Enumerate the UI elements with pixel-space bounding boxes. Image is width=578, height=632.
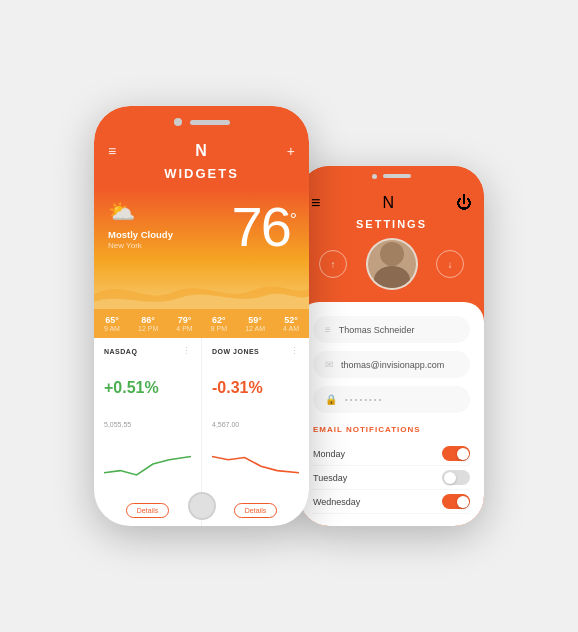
weather-section: ⛅ Mostly Cloudy New York 76°	[94, 189, 309, 309]
email-field[interactable]: ✉ thomas@invisionapp.com	[313, 351, 470, 378]
name-field-icon: ≡	[325, 324, 331, 335]
svg-point-1	[374, 266, 410, 290]
menu-icon[interactable]: ≡	[108, 143, 116, 159]
weather-city: New York	[108, 241, 173, 250]
hour-time: 4 PM	[176, 325, 192, 332]
settings-speaker	[383, 174, 411, 178]
hour-temp: 65°	[104, 315, 120, 325]
notification-label: Wednesday	[313, 497, 360, 507]
email-field-icon: ✉	[325, 359, 333, 370]
notification-toggle[interactable]	[442, 446, 470, 461]
stock-card: NASDAQ ⋮ +0.51% 5,055.55 Details	[94, 338, 202, 526]
settings-phone: ≡ N ⏻ SETTINGS ↑ ↓	[299, 166, 484, 526]
notifications-list: Monday Tuesday Wednesday	[313, 442, 470, 514]
svg-point-0	[380, 242, 404, 266]
settings-power-icon[interactable]: ⏻	[456, 194, 472, 212]
password-value: ••••••••	[345, 395, 383, 404]
hour-time: 9 AM	[104, 325, 120, 332]
hour-item: 65°9 AM	[104, 315, 120, 332]
notification-toggle[interactable]	[442, 494, 470, 509]
app-logo: N	[195, 142, 208, 160]
stock-details-button[interactable]: Details	[234, 503, 277, 518]
hour-item: 52°4 AM	[283, 315, 299, 332]
hour-item: 59°12 AM	[245, 315, 265, 332]
cloud-icon: ⛅	[108, 199, 173, 225]
home-button[interactable]	[188, 492, 216, 520]
stock-value: 5,055.55	[104, 421, 191, 428]
download-button[interactable]: ↓	[436, 250, 464, 278]
weather-info: ⛅ Mostly Cloudy New York	[108, 199, 173, 250]
widgets-phone: ≡ N + WIDGETS ⛅ Mostly Cloudy New York 7…	[94, 106, 309, 526]
toggle-knob	[457, 448, 469, 460]
stock-name: DOW JONES	[212, 348, 259, 355]
name-field[interactable]: ≡ Thomas Schneider	[313, 316, 470, 343]
weather-description: Mostly Cloudy	[108, 229, 173, 241]
settings-camera	[372, 174, 377, 179]
stock-header: DOW JONES ⋮	[212, 346, 299, 356]
hour-item: 86°12 PM	[138, 315, 158, 332]
stock-card: DOW JONES ⋮ -0.31% 4,567.00 Details	[202, 338, 309, 526]
weather-top: ⛅ Mostly Cloudy New York 76°	[108, 199, 295, 255]
widgets-screen: ≡ N + WIDGETS ⛅ Mostly Cloudy New York 7…	[94, 106, 309, 526]
notification-row: Monday	[313, 442, 470, 466]
hourly-forecast: 65°9 AM86°12 PM79°4 PM62°8 PM59°12 AM52°…	[94, 309, 309, 338]
settings-menu-icon[interactable]: ≡	[311, 194, 320, 212]
top-bar	[94, 106, 309, 134]
hour-temp: 52°	[283, 315, 299, 325]
notification-row: Tuesday	[313, 466, 470, 490]
stock-details-button[interactable]: Details	[126, 503, 169, 518]
hour-time: 12 AM	[245, 325, 265, 332]
weather-wave	[94, 274, 309, 309]
hour-item: 79°4 PM	[176, 315, 192, 332]
email-notifications-title: EMAIL NOTIFICATIONS	[313, 425, 470, 434]
stock-change: -0.31%	[212, 379, 299, 397]
temperature-value: 76°	[232, 195, 296, 258]
stock-name: NASDAQ	[104, 348, 137, 355]
stock-change: +0.51%	[104, 379, 191, 397]
stock-value: 4,567.00	[212, 421, 299, 428]
settings-logo: N	[382, 194, 394, 212]
toggle-knob	[444, 472, 456, 484]
stock-menu-icon[interactable]: ⋮	[182, 346, 191, 356]
hour-temp: 79°	[176, 315, 192, 325]
name-value: Thomas Schneider	[339, 325, 415, 335]
hour-time: 4 AM	[283, 325, 299, 332]
widgets-app-header: ≡ N +	[94, 134, 309, 166]
profile-section: ↑ ↓	[299, 238, 484, 302]
hour-time: 12 PM	[138, 325, 158, 332]
add-icon[interactable]: +	[287, 143, 295, 159]
app-scene: ≡ N + WIDGETS ⛅ Mostly Cloudy New York 7…	[94, 106, 484, 526]
settings-top-bar	[299, 166, 484, 186]
stock-chart	[212, 451, 299, 476]
avatar	[366, 238, 418, 290]
stock-header: NASDAQ ⋮	[104, 346, 191, 356]
hour-temp: 62°	[211, 315, 227, 325]
temperature-display: 76°	[232, 199, 296, 255]
stock-menu-icon[interactable]: ⋮	[290, 346, 299, 356]
notification-row: Wednesday	[313, 490, 470, 514]
settings-screen: ≡ N ⏻ SETTINGS ↑ ↓	[299, 166, 484, 526]
settings-app-header: ≡ N ⏻	[299, 186, 484, 218]
stock-chart	[104, 451, 191, 476]
settings-page-title: SETTINGS	[299, 218, 484, 238]
hour-temp: 59°	[245, 315, 265, 325]
settings-form: ≡ Thomas Schneider ✉ thomas@invisionapp.…	[299, 302, 484, 526]
password-field[interactable]: 🔒 ••••••••	[313, 386, 470, 413]
password-field-icon: 🔒	[325, 394, 337, 405]
camera-dot	[174, 118, 182, 126]
notification-label: Tuesday	[313, 473, 347, 483]
widgets-page-title: WIDGETS	[94, 166, 309, 189]
toggle-knob	[457, 496, 469, 508]
hour-time: 8 PM	[211, 325, 227, 332]
email-value: thomas@invisionapp.com	[341, 360, 444, 370]
notification-toggle[interactable]	[442, 470, 470, 485]
speaker-bar	[190, 120, 230, 125]
hour-item: 62°8 PM	[211, 315, 227, 332]
notification-label: Monday	[313, 449, 345, 459]
hour-temp: 86°	[138, 315, 158, 325]
upload-button[interactable]: ↑	[319, 250, 347, 278]
